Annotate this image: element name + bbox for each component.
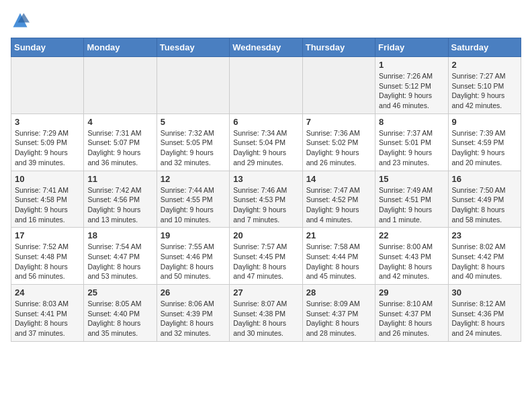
day-number: 7 [306, 117, 371, 127]
day-number: 14 [306, 174, 371, 184]
calendar-cell: 7Sunrise: 7:36 AM Sunset: 5:02 PM Daylig… [302, 113, 375, 171]
calendar-cell: 1Sunrise: 7:26 AM Sunset: 5:12 PM Daylig… [375, 57, 448, 114]
calendar-cell: 2Sunrise: 7:27 AM Sunset: 5:10 PM Daylig… [448, 57, 521, 114]
day-info: Sunrise: 7:52 AM Sunset: 4:48 PM Dayligh… [15, 242, 80, 281]
calendar-cell: 14Sunrise: 7:47 AM Sunset: 4:52 PM Dayli… [302, 171, 375, 228]
header [11, 11, 521, 30]
day-info: Sunrise: 7:32 AM Sunset: 5:05 PM Dayligh… [161, 128, 226, 168]
calendar-cell: 5Sunrise: 7:32 AM Sunset: 5:05 PM Daylig… [157, 113, 229, 171]
day-info: Sunrise: 7:26 AM Sunset: 5:12 PM Dayligh… [379, 71, 444, 111]
day-number: 1 [379, 60, 444, 70]
day-info: Sunrise: 7:47 AM Sunset: 4:52 PM Dayligh… [306, 185, 371, 225]
day-info: Sunrise: 8:06 AM Sunset: 4:39 PM Dayligh… [161, 299, 226, 338]
day-number: 11 [87, 174, 152, 184]
day-number: 9 [452, 117, 517, 127]
day-info: Sunrise: 8:07 AM Sunset: 4:38 PM Dayligh… [233, 299, 298, 338]
calendar-cell: 26Sunrise: 8:06 AM Sunset: 4:39 PM Dayli… [157, 285, 229, 342]
day-number: 5 [161, 117, 226, 127]
calendar-cell [157, 57, 229, 114]
day-info: Sunrise: 7:46 AM Sunset: 4:53 PM Dayligh… [233, 185, 298, 225]
calendar-cell: 27Sunrise: 8:07 AM Sunset: 4:38 PM Dayli… [230, 285, 302, 342]
logo [11, 11, 32, 30]
day-number: 3 [15, 117, 80, 127]
day-info: Sunrise: 7:34 AM Sunset: 5:04 PM Dayligh… [233, 128, 298, 168]
week-row-4: 24Sunrise: 8:03 AM Sunset: 4:41 PM Dayli… [11, 285, 521, 342]
header-wednesday: Wednesday [230, 38, 302, 57]
day-info: Sunrise: 7:55 AM Sunset: 4:46 PM Dayligh… [161, 242, 226, 281]
day-number: 15 [379, 174, 444, 184]
calendar-cell [84, 57, 157, 114]
day-number: 18 [87, 230, 152, 240]
week-row-2: 10Sunrise: 7:41 AM Sunset: 4:58 PM Dayli… [11, 171, 521, 228]
calendar-cell: 8Sunrise: 7:37 AM Sunset: 5:01 PM Daylig… [375, 113, 448, 171]
calendar-cell: 16Sunrise: 7:50 AM Sunset: 4:49 PM Dayli… [448, 171, 521, 228]
day-info: Sunrise: 7:58 AM Sunset: 4:44 PM Dayligh… [306, 242, 371, 281]
day-number: 10 [15, 174, 80, 184]
calendar-cell [11, 57, 84, 114]
calendar-cell: 18Sunrise: 7:54 AM Sunset: 4:47 PM Dayli… [84, 228, 157, 285]
day-number: 8 [379, 117, 444, 127]
calendar-cell: 21Sunrise: 7:58 AM Sunset: 4:44 PM Dayli… [302, 228, 375, 285]
day-info: Sunrise: 7:41 AM Sunset: 4:58 PM Dayligh… [15, 185, 80, 225]
day-info: Sunrise: 7:54 AM Sunset: 4:47 PM Dayligh… [87, 242, 152, 281]
calendar-cell: 12Sunrise: 7:44 AM Sunset: 4:55 PM Dayli… [157, 171, 229, 228]
day-info: Sunrise: 8:10 AM Sunset: 4:37 PM Dayligh… [379, 299, 444, 338]
day-number: 30 [452, 287, 517, 298]
calendar-cell: 10Sunrise: 7:41 AM Sunset: 4:58 PM Dayli… [11, 171, 84, 228]
day-number: 25 [87, 287, 152, 298]
day-info: Sunrise: 7:49 AM Sunset: 4:51 PM Dayligh… [379, 185, 444, 225]
header-thursday: Thursday [302, 38, 375, 57]
calendar-cell: 25Sunrise: 8:05 AM Sunset: 4:40 PM Dayli… [84, 285, 157, 342]
calendar: SundayMondayTuesdayWednesdayThursdayFrid… [11, 38, 521, 342]
header-saturday: Saturday [448, 38, 521, 57]
calendar-cell: 17Sunrise: 7:52 AM Sunset: 4:48 PM Dayli… [11, 228, 84, 285]
calendar-cell: 24Sunrise: 8:03 AM Sunset: 4:41 PM Dayli… [11, 285, 84, 342]
day-number: 27 [233, 287, 298, 298]
calendar-cell: 11Sunrise: 7:42 AM Sunset: 4:56 PM Dayli… [84, 171, 157, 228]
day-info: Sunrise: 8:00 AM Sunset: 4:43 PM Dayligh… [379, 242, 444, 281]
calendar-cell: 19Sunrise: 7:55 AM Sunset: 4:46 PM Dayli… [157, 228, 229, 285]
header-tuesday: Tuesday [157, 38, 229, 57]
calendar-header-row: SundayMondayTuesdayWednesdayThursdayFrid… [11, 38, 521, 57]
day-number: 16 [452, 174, 517, 184]
day-number: 21 [306, 230, 371, 240]
day-number: 13 [233, 174, 298, 184]
day-number: 2 [452, 60, 517, 70]
calendar-cell: 9Sunrise: 7:39 AM Sunset: 4:59 PM Daylig… [448, 113, 521, 171]
day-info: Sunrise: 7:42 AM Sunset: 4:56 PM Dayligh… [87, 185, 152, 225]
week-row-1: 3Sunrise: 7:29 AM Sunset: 5:09 PM Daylig… [11, 113, 521, 171]
header-monday: Monday [84, 38, 157, 57]
day-number: 17 [15, 230, 80, 240]
day-info: Sunrise: 7:57 AM Sunset: 4:45 PM Dayligh… [233, 242, 298, 281]
day-number: 29 [379, 287, 444, 298]
day-number: 4 [87, 117, 152, 127]
day-info: Sunrise: 7:44 AM Sunset: 4:55 PM Dayligh… [161, 185, 226, 225]
day-number: 12 [161, 174, 226, 184]
day-info: Sunrise: 8:02 AM Sunset: 4:42 PM Dayligh… [452, 242, 517, 281]
calendar-cell: 15Sunrise: 7:49 AM Sunset: 4:51 PM Dayli… [375, 171, 448, 228]
day-number: 20 [233, 230, 298, 240]
calendar-cell: 29Sunrise: 8:10 AM Sunset: 4:37 PM Dayli… [375, 285, 448, 342]
day-info: Sunrise: 8:12 AM Sunset: 4:36 PM Dayligh… [452, 299, 517, 338]
day-number: 26 [161, 287, 226, 298]
header-sunday: Sunday [11, 38, 84, 57]
day-info: Sunrise: 8:05 AM Sunset: 4:40 PM Dayligh… [87, 299, 152, 338]
calendar-cell [302, 57, 375, 114]
calendar-cell: 3Sunrise: 7:29 AM Sunset: 5:09 PM Daylig… [11, 113, 84, 171]
calendar-cell: 4Sunrise: 7:31 AM Sunset: 5:07 PM Daylig… [84, 113, 157, 171]
calendar-cell: 23Sunrise: 8:02 AM Sunset: 4:42 PM Dayli… [448, 228, 521, 285]
day-number: 19 [161, 230, 226, 240]
week-row-3: 17Sunrise: 7:52 AM Sunset: 4:48 PM Dayli… [11, 228, 521, 285]
calendar-cell: 13Sunrise: 7:46 AM Sunset: 4:53 PM Dayli… [230, 171, 302, 228]
calendar-cell: 28Sunrise: 8:09 AM Sunset: 4:37 PM Dayli… [302, 285, 375, 342]
calendar-cell: 20Sunrise: 7:57 AM Sunset: 4:45 PM Dayli… [230, 228, 302, 285]
header-friday: Friday [375, 38, 448, 57]
calendar-cell: 30Sunrise: 8:12 AM Sunset: 4:36 PM Dayli… [448, 285, 521, 342]
day-number: 28 [306, 287, 371, 298]
day-number: 22 [379, 230, 444, 240]
day-number: 6 [233, 117, 298, 127]
logo-icon [11, 11, 30, 30]
calendar-cell [230, 57, 302, 114]
day-info: Sunrise: 7:37 AM Sunset: 5:01 PM Dayligh… [379, 128, 444, 168]
week-row-0: 1Sunrise: 7:26 AM Sunset: 5:12 PM Daylig… [11, 57, 521, 114]
